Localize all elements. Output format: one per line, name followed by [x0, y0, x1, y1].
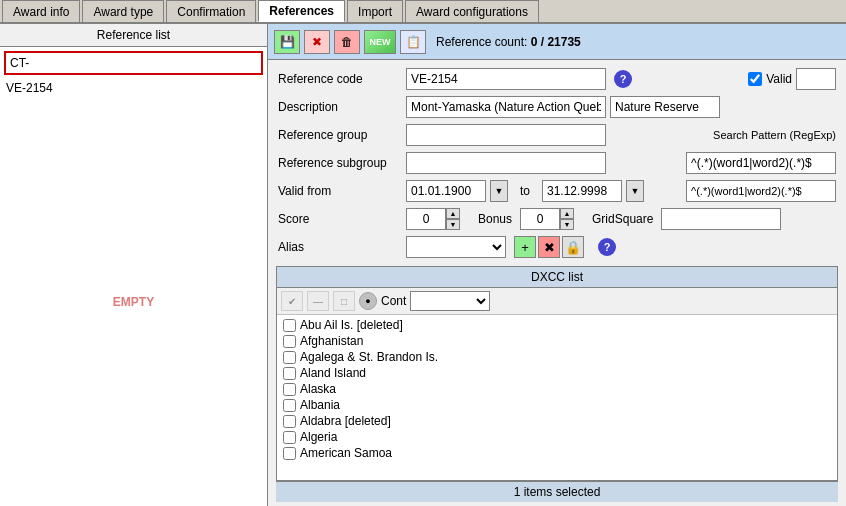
dxcc-item-label: Aldabra [deleted] — [300, 414, 391, 428]
dxcc-item[interactable]: Agalega & St. Brandon Is. — [277, 349, 837, 365]
alias-remove-button[interactable]: ✖ — [538, 236, 560, 258]
ref-item[interactable]: VE-2154 — [0, 79, 267, 97]
right-panel: 💾 ✖ 🗑 NEW 📋 Reference count: 0 / 21735 — [268, 24, 846, 506]
ref-group-label: Reference group — [278, 128, 398, 142]
bonus-label: Bonus — [478, 212, 512, 226]
dxcc-item-checkbox[interactable] — [283, 351, 296, 364]
date-to-dropdown[interactable]: ▼ — [626, 180, 644, 202]
valid-color-box — [796, 68, 836, 90]
date-to-section: ▼ — [542, 180, 644, 202]
valid-label: Valid — [766, 72, 792, 86]
description-input-type[interactable] — [610, 96, 720, 118]
ref-code-input[interactable] — [406, 68, 606, 90]
tab-confirmation[interactable]: Confirmation — [166, 0, 256, 22]
cancel-button[interactable]: ✖ — [304, 30, 330, 54]
dxcc-item-checkbox[interactable] — [283, 383, 296, 396]
alias-add-button[interactable]: + — [514, 236, 536, 258]
dxcc-item-checkbox[interactable] — [283, 415, 296, 428]
form-area: Reference code ? Valid Description — [268, 60, 846, 266]
ref-subgroup-label: Reference subgroup — [278, 156, 398, 170]
desc-inputs — [406, 96, 720, 118]
dxcc-item-checkbox[interactable] — [283, 367, 296, 380]
dxcc-item[interactable]: American Samoa — [277, 445, 837, 461]
valid-checkbox[interactable] — [748, 72, 762, 86]
valid-section: Valid — [748, 68, 836, 90]
dxcc-item-checkbox[interactable] — [283, 335, 296, 348]
gridsquare-input[interactable] — [661, 208, 781, 230]
dxcc-item[interactable]: Algeria — [277, 429, 837, 445]
date-from-section: ▼ — [406, 180, 508, 202]
ref-code-help-icon[interactable]: ? — [614, 70, 632, 88]
search-pattern-label: Search Pattern (RegExp) — [614, 129, 836, 141]
save-icon: 💾 — [280, 35, 295, 49]
dxcc-item-checkbox[interactable] — [283, 399, 296, 412]
score-spinner-btns: ▲ ▼ — [446, 208, 460, 230]
dxcc-dash-btn[interactable]: — — [307, 291, 329, 311]
copy-button[interactable]: 📋 — [400, 30, 426, 54]
save-button[interactable]: 💾 — [274, 30, 300, 54]
tab-bar: Award info Award type Confirmation Refer… — [0, 0, 846, 24]
dxcc-item-label: Alaska — [300, 382, 336, 396]
alias-label: Alias — [278, 240, 398, 254]
search-input[interactable] — [4, 51, 263, 75]
delete-icon: 🗑 — [341, 35, 353, 49]
bonus-down-btn[interactable]: ▼ — [560, 219, 574, 230]
date-from-input[interactable] — [406, 180, 486, 202]
dxcc-item[interactable]: Aland Island — [277, 365, 837, 381]
alias-lock-button[interactable]: 🔒 — [562, 236, 584, 258]
bonus-spinner-btns: ▲ ▼ — [560, 208, 574, 230]
description-input-main[interactable] — [406, 96, 606, 118]
ref-code-label: Reference code — [278, 72, 398, 86]
bonus-up-btn[interactable]: ▲ — [560, 208, 574, 219]
dxcc-item-label: Algeria — [300, 430, 337, 444]
date-to-input[interactable] — [542, 180, 622, 202]
ref-list-header: Reference list — [0, 24, 267, 47]
valid-from-row: Valid from ▼ to ▼ — [278, 180, 836, 202]
dxcc-item[interactable]: Alaska — [277, 381, 837, 397]
alias-select[interactable] — [406, 236, 506, 258]
score-up-btn[interactable]: ▲ — [446, 208, 460, 219]
new-button[interactable]: NEW — [364, 30, 396, 54]
dxcc-section: DXCC list ✔ — □ ● Cont Abu Ail Is. [dele… — [276, 266, 838, 481]
tab-award-type[interactable]: Award type — [82, 0, 164, 22]
date-from-dropdown[interactable]: ▼ — [490, 180, 508, 202]
dxcc-item-label: Abu Ail Is. [deleted] — [300, 318, 403, 332]
regexp-input[interactable] — [686, 152, 836, 174]
status-bar: 1 items selected — [276, 481, 838, 502]
tab-award-configurations[interactable]: Award configurations — [405, 0, 539, 22]
tab-award-info[interactable]: Award info — [2, 0, 80, 22]
description-label: Description — [278, 100, 398, 114]
ref-group-input[interactable] — [406, 124, 606, 146]
description-row: Description — [278, 96, 836, 118]
dxcc-item[interactable]: Aldabra [deleted] — [277, 413, 837, 429]
ref-subgroup-input[interactable] — [406, 152, 606, 174]
dxcc-check-btn[interactable]: ✔ — [281, 291, 303, 311]
dxcc-item[interactable]: Abu Ail Is. [deleted] — [277, 317, 837, 333]
dxcc-item-checkbox[interactable] — [283, 431, 296, 444]
bonus-input[interactable] — [520, 208, 560, 230]
alias-buttons: + ✖ 🔒 — [514, 236, 584, 258]
score-input[interactable] — [406, 208, 446, 230]
regexp-display[interactable] — [686, 180, 836, 202]
toolbar: 💾 ✖ 🗑 NEW 📋 Reference count: 0 / 21735 — [268, 24, 846, 60]
left-panel: Reference list VE-2154 EMPTY — [0, 24, 268, 506]
valid-from-label: Valid from — [278, 184, 398, 198]
alias-help-icon[interactable]: ? — [598, 238, 616, 256]
score-spinner: ▲ ▼ — [406, 208, 460, 230]
dxcc-item[interactable]: Afghanistan — [277, 333, 837, 349]
dxcc-header: DXCC list — [277, 267, 837, 288]
ref-group-row: Reference group Search Pattern (RegExp) — [278, 124, 836, 146]
to-label: to — [520, 184, 530, 198]
delete-button[interactable]: 🗑 — [334, 30, 360, 54]
dxcc-circle-btn[interactable]: ● — [359, 292, 377, 310]
tab-references[interactable]: References — [258, 0, 345, 22]
score-down-btn[interactable]: ▼ — [446, 219, 460, 230]
ref-subgroup-row: Reference subgroup — [278, 152, 836, 174]
dxcc-box-btn[interactable]: □ — [333, 291, 355, 311]
dxcc-item[interactable]: Albania — [277, 397, 837, 413]
cont-select[interactable] — [410, 291, 490, 311]
dxcc-item-checkbox[interactable] — [283, 319, 296, 332]
cont-label: Cont — [381, 294, 406, 308]
tab-import[interactable]: Import — [347, 0, 403, 22]
dxcc-item-checkbox[interactable] — [283, 447, 296, 460]
